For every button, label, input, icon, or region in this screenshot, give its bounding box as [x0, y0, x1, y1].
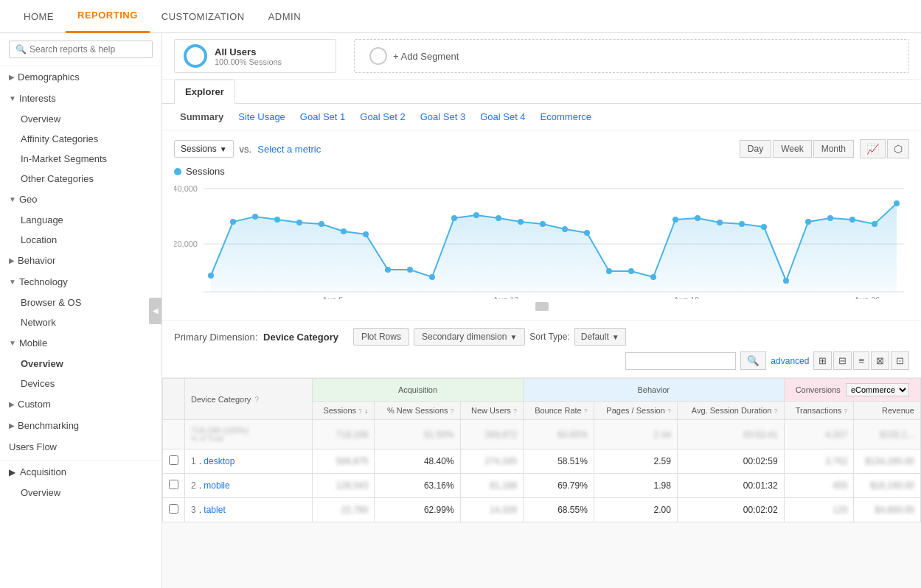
arrow-icon-acquisition: ▶ — [9, 467, 15, 477]
sidebar-item-mobile[interactable]: ▼ Mobile — [0, 332, 161, 354]
help-icon-pctnew[interactable]: ? — [451, 407, 454, 415]
add-segment-btn[interactable]: + Add Segment — [354, 39, 909, 73]
row-device-mobile[interactable]: mobile — [204, 480, 229, 491]
data-table: Device Category ? Acquisition Behavior C… — [162, 378, 921, 522]
sidebar-item-demographics[interactable]: ▶ Demographics — [0, 66, 161, 88]
tab-ecommerce[interactable]: Ecommerce — [535, 108, 597, 125]
pages-col-header: Pages / Session — [606, 406, 665, 415]
compare-view-btn[interactable]: ⊠ — [871, 351, 889, 370]
table-summary-row: 718,198 (100%) % of Total 718,198 51.50%… — [163, 420, 921, 449]
table-row: 3. tablet 22,780 62.99% 14,339 68.55% 2.… — [163, 498, 921, 522]
sidebar-item-inmarket[interactable]: In-Market Segments — [0, 149, 161, 169]
sidebar-item-network[interactable]: Network — [0, 312, 161, 332]
sidebar-item-affinity[interactable]: Affinity Categories — [0, 129, 161, 149]
svg-point-13 — [385, 267, 391, 273]
advanced-link[interactable]: advanced — [771, 356, 809, 366]
scroll-handle[interactable] — [535, 302, 549, 311]
all-users-segment[interactable]: All Users 100.00% Sessions — [174, 39, 336, 73]
sidebar-item-mobile-overview[interactable]: Overview — [0, 354, 161, 374]
select-metric-link[interactable]: Select a metric — [257, 144, 321, 155]
nav-reporting[interactable]: REPORTING — [66, 0, 150, 33]
sidebar-item-technology[interactable]: ▼ Technology — [0, 271, 161, 293]
data-table-wrapper: Device Category ? Acquisition Behavior C… — [162, 378, 921, 522]
help-icon-sessions[interactable]: ? — [358, 407, 362, 415]
sidebar-collapse-btn[interactable]: ◀ — [149, 298, 162, 324]
sidebar-item-browseros[interactable]: Browser & OS — [0, 293, 161, 312]
help-icon-device[interactable]: ? — [254, 396, 259, 404]
secondary-dim-dropdown[interactable]: Secondary dimension ▼ — [414, 328, 525, 346]
table-search-input[interactable] — [625, 352, 736, 370]
tab-goal-set-3[interactable]: Goal Set 3 — [414, 108, 471, 125]
list-view-btn[interactable]: ≡ — [853, 351, 869, 370]
table-header-group-row: Device Category ? Acquisition Behavior C… — [163, 379, 921, 402]
sidebar-item-usersflow[interactable]: Users Flow — [0, 436, 161, 458]
help-icon-bounce[interactable]: ? — [584, 407, 588, 415]
svg-point-17 — [473, 212, 479, 218]
help-icon-newusers[interactable]: ? — [513, 407, 517, 415]
nav-customization[interactable]: CUSTOMIZATION — [150, 0, 257, 33]
tab-goal-set-4[interactable]: Goal Set 4 — [474, 108, 531, 125]
sidebar-item-acquisition[interactable]: ▶ Acquisition — [0, 461, 161, 483]
table-search-btn[interactable]: 🔍 — [740, 351, 766, 370]
sidebar-item-devices[interactable]: Devices — [0, 374, 161, 393]
line-chart-icon-btn[interactable]: 📈 — [860, 139, 886, 158]
vs-label: vs. — [240, 144, 252, 155]
view-icons: ⊞ ⊟ ≡ ⊠ ⊡ — [813, 351, 909, 370]
avgdur-tablet: 00:02:02 — [743, 505, 778, 515]
week-btn[interactable]: Week — [773, 140, 811, 158]
nav-home[interactable]: HOME — [12, 0, 66, 33]
plot-rows-btn[interactable]: Plot Rows — [353, 328, 409, 346]
sidebar-item-interests-overview[interactable]: Overview — [0, 109, 161, 129]
ecommerce-select[interactable]: eCommerce — [846, 383, 909, 396]
table-controls: Primary Dimension: Device Category Plot … — [162, 321, 921, 378]
tab-summary[interactable]: Summary — [174, 108, 229, 125]
sidebar-item-acq-overview[interactable]: Overview — [0, 483, 161, 503]
pie-chart-icon-btn[interactable]: ⬡ — [887, 139, 909, 158]
svg-point-35 — [872, 221, 877, 227]
row-checkbox-desktop[interactable] — [169, 455, 178, 465]
search-input[interactable] — [29, 44, 146, 55]
month-btn[interactable]: Month — [813, 140, 854, 158]
tab-site-usage[interactable]: Site Usage — [232, 108, 291, 125]
grid-view-btn[interactable]: ⊞ — [813, 351, 832, 370]
bounce-desktop: 58.51% — [557, 456, 588, 466]
row-checkbox-mobile[interactable] — [169, 480, 178, 489]
sidebar-item-interests[interactable]: ▼ Interests — [0, 88, 161, 109]
help-icon-avgdur[interactable]: ? — [774, 407, 778, 415]
nav-admin[interactable]: ADMIN — [257, 0, 313, 33]
pct-new-mobile: 63.16% — [424, 480, 454, 491]
pivot-view-btn[interactable]: ⊟ — [833, 351, 852, 370]
svg-point-5 — [208, 273, 214, 279]
acquisition-header: Acquisition — [398, 385, 437, 394]
help-icon-pages[interactable]: ? — [667, 407, 671, 415]
sidebar-item-custom[interactable]: ▶ Custom — [0, 393, 161, 415]
row-device-tablet[interactable]: tablet — [204, 505, 225, 515]
sidebar-item-geo[interactable]: ▼ Geo — [0, 189, 161, 210]
svg-point-28 — [717, 220, 723, 225]
metric-select-dropdown[interactable]: Sessions ▼ — [174, 140, 234, 158]
explorer-tab[interactable]: Explorer — [174, 80, 235, 104]
legend-dot — [174, 168, 181, 175]
svg-point-24 — [628, 268, 634, 274]
chevron-right-icon-bench: ▶ — [9, 421, 15, 430]
row-checkbox-tablet[interactable] — [169, 504, 178, 514]
chevron-down-icon-tech: ▼ — [9, 278, 16, 286]
tab-goal-set-1[interactable]: Goal Set 1 — [294, 108, 351, 125]
sessions-col-header: Sessions — [323, 406, 356, 415]
sort-select-dropdown[interactable]: Default ▼ — [574, 328, 626, 346]
sidebar-item-behavior[interactable]: ▶ Behavior — [0, 250, 161, 271]
sidebar-item-benchmarking[interactable]: ▶ Benchmarking — [0, 415, 161, 436]
sidebar-item-language[interactable]: Language — [0, 210, 161, 230]
svg-point-10 — [319, 221, 324, 227]
advanced-view-btn[interactable]: ⊡ — [891, 351, 909, 370]
row-num-2: 2 — [191, 480, 196, 491]
chevron-down-icon-geo: ▼ — [9, 195, 16, 203]
sidebar-item-othercategories[interactable]: Other Categories — [0, 169, 161, 189]
day-btn[interactable]: Day — [740, 140, 771, 158]
help-icon-trans[interactable]: ? — [844, 407, 847, 415]
tab-goal-set-2[interactable]: Goal Set 2 — [354, 108, 411, 125]
sidebar-item-location[interactable]: Location — [0, 230, 161, 250]
search-icon: 🔍 — [15, 44, 27, 55]
row-device-desktop[interactable]: desktop — [204, 456, 234, 466]
dropdown-arrow-icon-3: ▼ — [612, 333, 619, 341]
